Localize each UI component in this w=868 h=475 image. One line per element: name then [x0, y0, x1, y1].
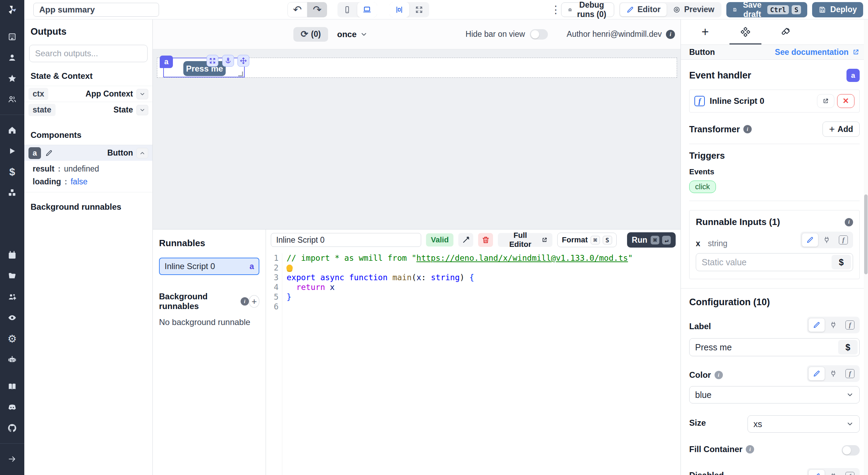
connect-mode-button[interactable] [818, 233, 835, 247]
static-mode-button[interactable] [802, 233, 818, 247]
settings-panel: + Button See documentation [681, 19, 868, 475]
eval-mode-button[interactable]: f [842, 367, 858, 381]
chevron-down-icon[interactable] [136, 105, 148, 115]
size-select[interactable]: xs [748, 415, 860, 433]
play-icon[interactable] [0, 143, 24, 159]
full-editor-button[interactable]: Full Editor [498, 233, 552, 247]
desktop-view-button[interactable] [357, 2, 377, 17]
connect-mode-button[interactable] [825, 318, 842, 332]
fill-container-toggle[interactable] [842, 445, 860, 456]
dollar-icon[interactable]: $ [0, 164, 24, 180]
eval-mode-button[interactable]: f [842, 469, 858, 475]
open-script-button[interactable] [817, 94, 834, 108]
script-editor: Valid Full Editor Format ⌘S Run ⌘↵ [266, 230, 681, 475]
expand-handle[interactable] [207, 55, 218, 67]
static-value-wrap: $ [696, 253, 853, 271]
panel-scrollbar[interactable] [864, 19, 868, 475]
tab-component-settings[interactable] [735, 19, 756, 44]
person-icon[interactable] [0, 50, 24, 65]
windmill-logo[interactable] [0, 0, 24, 19]
static-mode-button[interactable] [808, 469, 825, 475]
output-row-state[interactable]: state State [24, 102, 152, 118]
star-icon[interactable] [0, 71, 24, 86]
add-transformer-button[interactable]: + Add [823, 122, 860, 137]
see-documentation-link[interactable]: See documentation [775, 48, 860, 57]
static-mode-button[interactable] [808, 318, 825, 332]
save-draft-button[interactable]: Save draft CtrlS [726, 2, 807, 17]
home-icon[interactable] [0, 123, 24, 138]
hide-bar-toggle[interactable] [530, 29, 548, 40]
fullwidth-button[interactable] [409, 2, 429, 17]
template-dollar-button[interactable]: $ [838, 340, 858, 355]
info-icon[interactable]: i [241, 297, 249, 306]
info-icon[interactable]: i [845, 218, 853, 226]
ai-wand-button[interactable] [458, 233, 473, 247]
anchor-handle[interactable] [222, 55, 234, 67]
format-button[interactable]: Format ⌘S [557, 233, 616, 247]
eye-icon[interactable] [0, 310, 24, 325]
chevron-up-icon[interactable] [136, 148, 148, 158]
more-menu-icon[interactable]: ⋮ [551, 3, 561, 16]
users-icon[interactable] [0, 92, 24, 107]
eval-mode-button[interactable]: f [842, 318, 858, 332]
tab-editor[interactable]: Editor [620, 3, 667, 16]
template-dollar-button[interactable]: $ [832, 255, 851, 269]
run-button[interactable]: Run ⌘↵ [627, 232, 676, 248]
search-input[interactable] [35, 49, 142, 58]
scrollbar-thumb[interactable] [864, 194, 868, 274]
info-icon[interactable]: i [743, 125, 752, 133]
connect-mode-button[interactable] [825, 367, 842, 381]
tab-styling[interactable] [775, 19, 796, 44]
app-summary-input[interactable] [33, 3, 159, 17]
info-icon[interactable]: i [746, 445, 754, 453]
static-mode-button[interactable] [808, 367, 825, 381]
undo-button[interactable]: ↶ [287, 2, 307, 17]
align-center-button[interactable] [390, 2, 409, 17]
add-background-runnable-button[interactable]: + [249, 295, 260, 308]
redo-button[interactable]: ↷ [307, 2, 327, 17]
tab-insert-component[interactable]: + [695, 19, 716, 44]
static-value-input[interactable] [696, 257, 832, 267]
recompute-button[interactable]: ⟳ (0) [293, 27, 328, 42]
mobile-view-button[interactable] [337, 2, 357, 17]
code-editor[interactable]: 123456 // import * as wmill from "https:… [266, 250, 681, 475]
output-row-ctx[interactable]: ctx App Context [24, 86, 152, 102]
chevron-down-icon[interactable] [136, 89, 148, 99]
info-icon[interactable]: i [715, 371, 723, 379]
script-name-input[interactable] [271, 233, 421, 247]
arrow-right-icon[interactable] [0, 451, 24, 467]
users-gear-icon[interactable] [0, 289, 24, 305]
remove-script-button[interactable]: ✕ [837, 94, 854, 108]
press-me-button[interactable]: Press me [183, 61, 226, 76]
robot-icon[interactable] [0, 352, 24, 367]
folder-icon[interactable] [0, 268, 24, 284]
deploy-button[interactable]: Deploy [812, 2, 863, 17]
color-select[interactable]: blue [689, 386, 860, 403]
ctx-key: ctx [28, 88, 48, 100]
building-icon[interactable] [0, 29, 24, 44]
move-handle[interactable] [237, 55, 249, 67]
info-icon[interactable]: i [666, 30, 675, 39]
inline-script-name: Inline Script 0 [710, 96, 764, 106]
component-row-a[interactable]: a Button [24, 145, 152, 161]
delete-script-button[interactable] [478, 233, 493, 247]
frequency-select[interactable]: once [337, 30, 368, 39]
discord-icon[interactable] [0, 400, 24, 415]
runnable-item-inline-script-0[interactable]: Inline Script 0 a [159, 258, 259, 275]
calendar-icon[interactable] [0, 248, 24, 263]
eval-mode-button[interactable]: f [835, 233, 852, 247]
connect-mode-button[interactable] [825, 469, 842, 475]
github-icon[interactable] [0, 420, 24, 436]
function-icon: f [694, 96, 705, 106]
resize-handle[interactable] [238, 72, 243, 76]
gear-icon[interactable]: ⚙ [0, 331, 24, 346]
book-icon[interactable] [0, 379, 24, 394]
debug-runs-button[interactable]: Debug runs (0) [561, 2, 614, 17]
tab-preview[interactable]: Preview [667, 3, 720, 16]
cubes-icon[interactable] [0, 185, 24, 200]
pencil-icon [813, 370, 820, 377]
app-canvas[interactable]: a Press me [153, 49, 681, 229]
label-value-input[interactable] [690, 342, 838, 352]
code-lines[interactable]: // import * as wmill from "https://deno.… [282, 253, 681, 475]
field-size: Size xs [689, 415, 860, 433]
